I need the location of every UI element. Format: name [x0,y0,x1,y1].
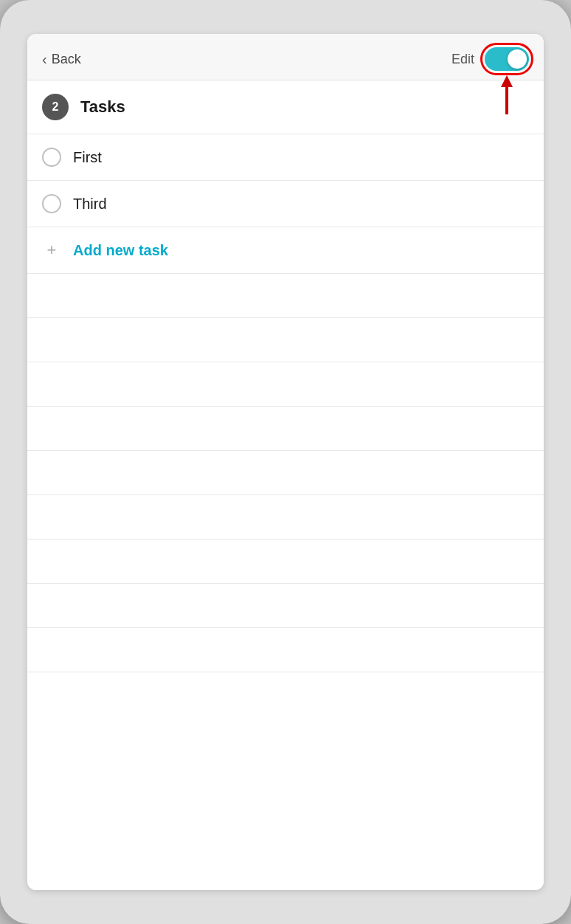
edit-label: Edit [451,52,474,67]
back-button[interactable]: ‹ Back [42,51,81,68]
edit-toggle[interactable] [485,47,529,71]
tasks-title: Tasks [80,97,125,117]
empty-row-9 [27,628,544,672]
back-label: Back [52,52,81,67]
task-item-third[interactable]: Third [27,181,544,227]
task-item-first[interactable]: First [27,134,544,181]
empty-row-1 [27,274,544,318]
chevron-left-icon: ‹ [42,51,47,68]
empty-row-3 [27,362,544,407]
empty-row-7 [27,539,544,584]
empty-row-4 [27,407,544,451]
task-label-first: First [73,149,102,166]
task-radio-first[interactable] [42,148,61,167]
empty-row-2 [27,318,544,362]
task-radio-third[interactable] [42,194,61,213]
empty-row-6 [27,495,544,539]
task-label-third: Third [73,196,107,213]
plus-icon: + [42,241,61,260]
toggle-wrapper [485,47,529,71]
empty-row-8 [27,584,544,628]
nav-right: Edit [451,47,529,71]
tasks-header: 2 Tasks [27,80,544,134]
screen: ‹ Back Edit [27,34,544,890]
phone-frame: ‹ Back Edit [0,0,571,924]
nav-bar: ‹ Back Edit [27,34,544,80]
empty-row-5 [27,451,544,495]
add-task-row[interactable]: + Add new task [27,227,544,274]
toggle-thumb [508,49,527,69]
tasks-badge: 2 [42,94,69,120]
add-task-label: Add new task [73,242,168,259]
task-list: First Third + Add new task [27,134,544,890]
